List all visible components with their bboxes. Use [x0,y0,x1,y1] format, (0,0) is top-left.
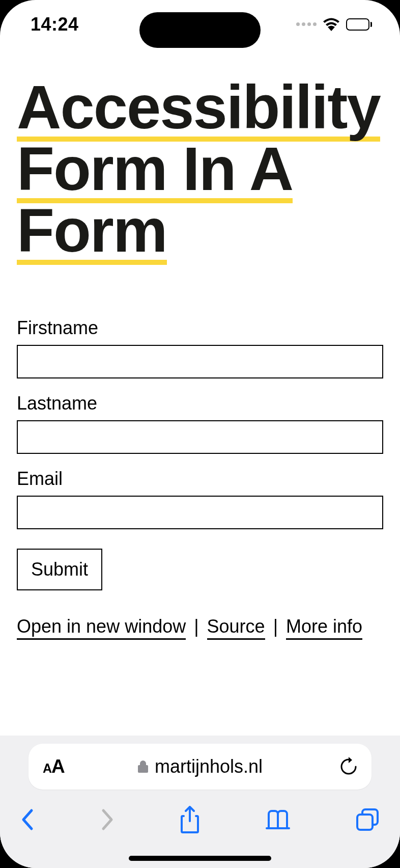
page-title-line-2: Form In A [17,134,293,203]
page-title-line-1: Accessibility [17,72,380,142]
status-indicators [296,18,372,31]
tabs-button[interactable] [355,807,380,832]
svg-rect-1 [357,815,373,830]
lastname-input[interactable] [17,420,383,454]
lastname-field: Lastname [17,393,383,454]
source-link[interactable]: Source [207,616,265,640]
safari-chrome: AA martijnhols.nl [0,736,400,868]
lastname-label: Lastname [17,393,383,414]
email-label: Email [17,468,383,490]
share-button[interactable] [180,806,200,833]
status-time: 14:24 [31,14,79,35]
home-indicator[interactable] [129,856,271,861]
battery-icon [346,18,372,31]
page-content: Accessibility Form In A Form Firstname L… [0,61,400,637]
more-info-link[interactable]: More info [286,616,362,640]
form: Firstname Lastname Email Submit Open in … [17,317,383,637]
bookmarks-button[interactable] [266,809,290,830]
forward-button[interactable] [100,808,115,831]
firstname-input[interactable] [17,345,383,378]
url-bar[interactable]: AA martijnhols.nl [28,744,372,790]
url-domain: martijnhols.nl [155,756,263,777]
wifi-icon [323,18,340,31]
email-field: Email [17,468,383,529]
text-size-icon[interactable]: AA [43,756,65,777]
links-separator: | [189,616,204,637]
submit-button[interactable]: Submit [17,549,102,590]
links-row: Open in new window | Source | More info [17,616,383,637]
firstname-field: Firstname [17,317,383,378]
links-separator: | [268,616,283,637]
lock-icon [137,760,149,773]
back-button[interactable] [20,808,35,831]
open-new-window-link[interactable]: Open in new window [17,616,186,640]
page-title: Accessibility Form In A Form [17,76,383,261]
url-display: martijnhols.nl [137,756,263,777]
phone-frame: 14:24 Accessibility Form In A Form First… [0,0,400,868]
dynamic-island [139,12,261,48]
firstname-label: Firstname [17,317,383,339]
page-title-line-3: Form [17,196,167,265]
email-input[interactable] [17,496,383,529]
reload-button[interactable] [340,757,357,776]
cellular-signal-icon [296,22,317,26]
safari-toolbar [0,802,400,837]
